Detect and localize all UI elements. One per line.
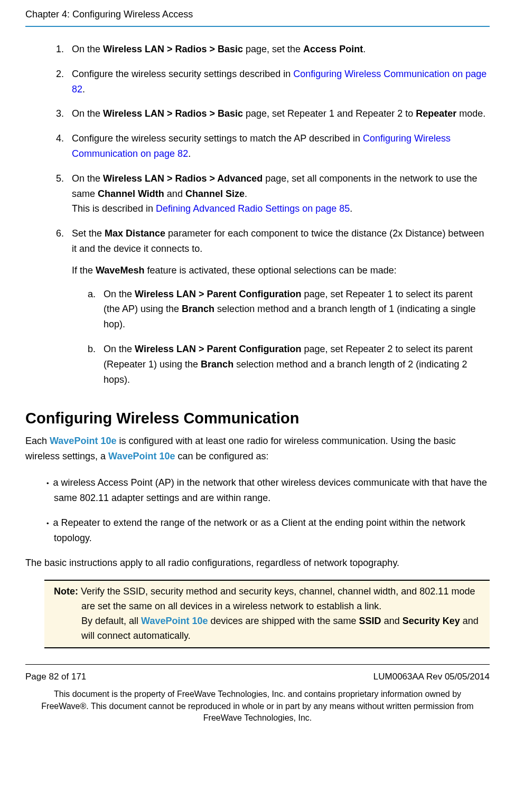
substep-b: On the Wireless LAN > Parent Configurati… — [98, 342, 490, 387]
link-advanced-radio[interactable]: Defining Advanced Radio Settings on page… — [156, 203, 350, 214]
note-label: Note: — [54, 586, 81, 597]
note-text: Verify the SSID, security method and sec… — [81, 586, 475, 611]
text: Configure the wireless security settings… — [72, 133, 363, 144]
text: On the — [72, 44, 103, 54]
wavemesh-condition: If the WaveMesh feature is activated, th… — [72, 263, 490, 278]
footer-rule — [25, 664, 490, 665]
list-item: a wireless Access Point (AP) in the netw… — [54, 475, 490, 506]
chapter-header: Chapter 4: Configuring Wireless Access — [25, 0, 490, 26]
term: Channel Width — [98, 188, 164, 199]
path: Wireless LAN > Radios > Advanced — [103, 173, 263, 184]
list-item: a Repeater to extend the range of the ne… — [54, 515, 490, 546]
text: page, set the — [243, 44, 303, 54]
footer-line: Page 82 of 171 LUM0063AA Rev 05/05/2014 — [25, 670, 490, 689]
term: Channel Size — [185, 188, 245, 199]
note-text: By default, all — [81, 616, 141, 626]
note-text: devices are shipped with the same — [208, 616, 359, 626]
path: Wireless LAN > Parent Configuration — [135, 344, 301, 354]
text: On the — [72, 173, 103, 184]
text: feature is activated, these optional sel… — [144, 265, 396, 276]
sub-steps: On the Wireless LAN > Parent Configurati… — [72, 287, 490, 388]
note-box: Note: Verify the SSID, security method a… — [44, 580, 490, 648]
text: If the — [72, 265, 96, 276]
term: SSID — [359, 616, 381, 626]
step-6: Set the Max Distance parameter for each … — [67, 226, 490, 387]
term: Access Point — [303, 44, 363, 54]
text: . — [82, 84, 85, 95]
brand-name: WavePoint 10e — [108, 451, 175, 461]
text: On the — [104, 289, 135, 299]
step-2: Configure the wireless security settings… — [67, 67, 490, 97]
bullet-list: a wireless Access Point (AP) in the netw… — [25, 475, 490, 545]
term: Security Key — [402, 616, 460, 626]
footer-disclaimer: This document is the property of FreeWav… — [25, 688, 490, 724]
term: WaveMesh — [96, 265, 144, 276]
step-5: On the Wireless LAN > Radios > Advanced … — [67, 171, 490, 216]
term: Branch — [182, 304, 214, 314]
substep-a: On the Wireless LAN > Parent Configurati… — [98, 287, 490, 332]
page-number: Page 82 of 171 — [25, 670, 86, 684]
path: Wireless LAN > Parent Configuration — [135, 289, 301, 299]
section-heading: Configuring Wireless Communication — [25, 407, 490, 430]
text: and — [164, 188, 185, 199]
text: can be configured as: — [175, 451, 268, 461]
term: Branch — [201, 359, 233, 370]
text: This is described in — [72, 203, 156, 214]
brand-name: WavePoint 10e — [141, 616, 208, 626]
text: On the — [72, 108, 103, 119]
step-3: On the Wireless LAN > Radios > Basic pag… — [67, 106, 490, 121]
text: mode. — [456, 108, 485, 119]
note-text: and — [381, 616, 402, 626]
header-rule — [25, 26, 490, 27]
text: Set the — [72, 228, 105, 239]
text: Configure the wireless security settings… — [72, 69, 293, 79]
text: page, set Repeater 1 and Repeater 2 to — [243, 108, 416, 119]
text: . — [363, 44, 366, 54]
text: . — [188, 148, 191, 159]
text: . — [245, 188, 247, 199]
doc-revision: LUM0063AA Rev 05/05/2014 — [373, 670, 490, 684]
numbered-steps: On the Wireless LAN > Radios > Basic pag… — [25, 42, 490, 387]
closing-paragraph: The basic instructions apply to all radi… — [25, 555, 490, 571]
path: Wireless LAN > Radios > Basic — [103, 44, 243, 54]
step-4: Configure the wireless security settings… — [67, 131, 490, 162]
path: Wireless LAN > Radios > Basic — [103, 108, 243, 119]
brand-name: WavePoint 10e — [50, 436, 116, 446]
term: Max Distance — [105, 228, 165, 239]
term: Repeater — [416, 108, 456, 119]
text: . — [350, 203, 352, 214]
text: Each — [25, 436, 50, 446]
step-1: On the Wireless LAN > Radios > Basic pag… — [67, 42, 490, 57]
text: On the — [104, 344, 135, 354]
intro-paragraph: Each WavePoint 10e is configured with at… — [25, 433, 490, 464]
